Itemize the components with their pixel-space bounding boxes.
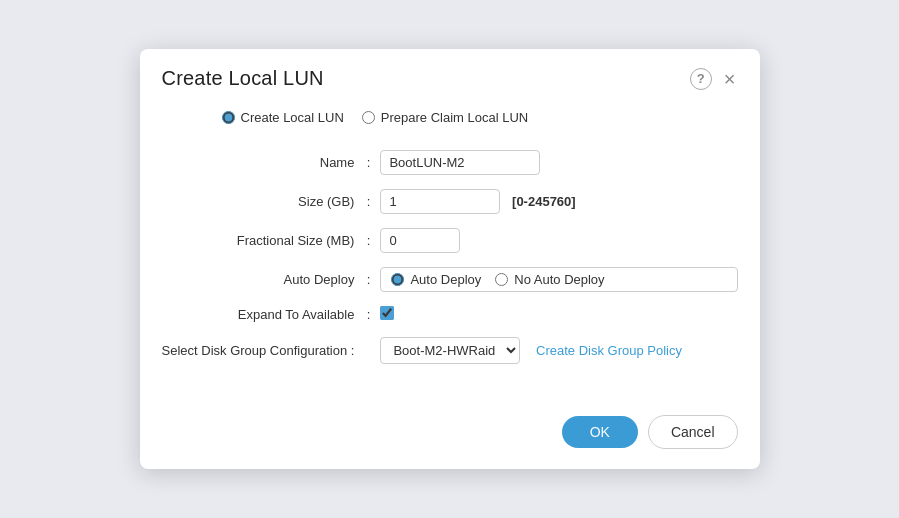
fractional-row: Fractional Size (MB) : [162, 221, 738, 260]
disk-group-row: Select Disk Group Configuration : : Boot… [162, 330, 738, 371]
create-disk-group-policy-link[interactable]: Create Disk Group Policy [536, 343, 682, 358]
dialog-body: Create Local LUN Prepare Claim Local LUN… [140, 100, 760, 397]
prepare-claim-radio[interactable] [362, 111, 375, 124]
auto-deploy-no-radio[interactable] [495, 273, 508, 286]
auto-deploy-field-cell: Auto Deploy No Auto Deploy [380, 260, 737, 299]
size-row: Size (GB) : [0-245760] [162, 182, 738, 221]
help-button[interactable]: ? [690, 68, 712, 90]
auto-deploy-radio-group: Auto Deploy No Auto Deploy [380, 267, 737, 292]
name-label: Name [162, 143, 365, 182]
auto-deploy-no-label[interactable]: No Auto Deploy [495, 272, 604, 287]
expand-label: Expand To Available [162, 299, 365, 330]
close-button[interactable]: × [722, 69, 738, 89]
auto-deploy-yes-label[interactable]: Auto Deploy [391, 272, 481, 287]
fractional-label: Fractional Size (MB) [162, 221, 365, 260]
create-local-lun-radio[interactable] [222, 111, 235, 124]
size-input[interactable] [380, 189, 500, 214]
dialog-footer: OK Cancel [140, 397, 760, 469]
auto-deploy-label: Auto Deploy [162, 260, 365, 299]
size-label: Size (GB) [162, 182, 365, 221]
dialog-title: Create Local LUN [162, 67, 324, 90]
auto-deploy-row: Auto Deploy : Auto Deploy No Auto Deploy [162, 260, 738, 299]
auto-deploy-no-text: No Auto Deploy [514, 272, 604, 287]
name-row: Name : [162, 143, 738, 182]
header-icons: ? × [690, 68, 738, 90]
dialog-header: Create Local LUN ? × [140, 49, 760, 100]
expand-field-cell [380, 299, 737, 330]
create-local-lun-radio-label[interactable]: Create Local LUN [222, 110, 344, 125]
fractional-field-cell [380, 221, 737, 260]
ok-button[interactable]: OK [562, 416, 638, 448]
name-field-cell [380, 143, 737, 182]
top-radio-group: Create Local LUN Prepare Claim Local LUN [162, 110, 738, 125]
auto-deploy-yes-text: Auto Deploy [410, 272, 481, 287]
disk-group-label: Select Disk Group Configuration : [162, 330, 365, 371]
prepare-claim-radio-text: Prepare Claim Local LUN [381, 110, 528, 125]
expand-row: Expand To Available : [162, 299, 738, 330]
cancel-button[interactable]: Cancel [648, 415, 738, 449]
form-table: Name : Size (GB) : [0-245760] Fractional… [162, 143, 738, 371]
disk-group-select[interactable]: Boot-M2-HWRaid [380, 337, 520, 364]
disk-group-field-cell: Boot-M2-HWRaid Create Disk Group Policy [380, 330, 737, 371]
fractional-input[interactable] [380, 228, 460, 253]
auto-deploy-yes-radio[interactable] [391, 273, 404, 286]
size-range-hint: [0-245760] [512, 194, 576, 209]
create-local-lun-dialog: Create Local LUN ? × Create Local LUN Pr… [140, 49, 760, 469]
create-local-lun-radio-text: Create Local LUN [241, 110, 344, 125]
size-field-cell: [0-245760] [380, 182, 737, 221]
expand-checkbox[interactable] [380, 306, 394, 320]
name-input[interactable] [380, 150, 540, 175]
prepare-claim-radio-label[interactable]: Prepare Claim Local LUN [362, 110, 528, 125]
